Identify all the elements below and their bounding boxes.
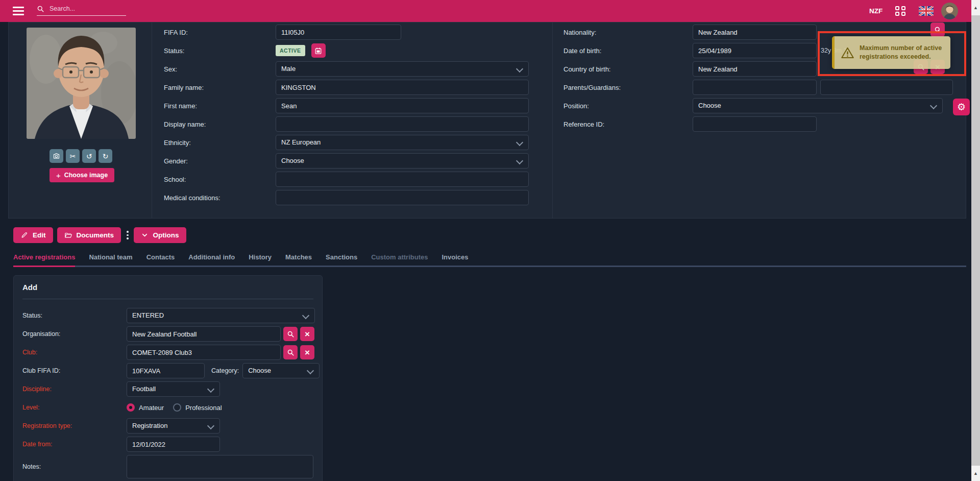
crop-button[interactable]: ✂ [66,149,80,163]
radio-unselected-icon [173,403,181,412]
ethnicity-select[interactable]: NZ European [276,135,529,150]
family-name-field[interactable] [276,80,529,95]
close-icon: × [305,330,310,339]
reference-id-field[interactable] [693,116,817,132]
organisation-label: Organisation: [22,330,127,338]
club-clear-button[interactable]: × [300,345,314,359]
warning-triangle-icon [841,46,854,60]
button-label: Edit [33,231,46,239]
form-row: Level:AmateurProfessional [22,400,313,415]
more-options-icon[interactable] [127,231,129,239]
school-label: School: [152,176,276,183]
notes-textarea[interactable] [127,455,313,478]
organisation-search-button[interactable] [283,327,298,341]
form-row: Organisation:× [22,326,313,342]
rotate-left-button[interactable]: ↺ [82,149,96,163]
scroll-down-button[interactable]: ▲ [971,466,980,481]
form-row: Date from: [22,437,313,452]
org-code[interactable]: NZF [869,7,883,15]
settings-gear-button[interactable]: ⚙ [953,99,970,115]
date-of-birth-field[interactable] [693,43,817,58]
registration-type-label: Registration type: [22,422,127,429]
discipline-select[interactable]: Football [127,381,220,397]
level-label: Level: [22,404,127,411]
camera-button[interactable] [50,149,63,163]
form-row: Sex:Male [152,61,552,77]
position-select[interactable]: Choose [693,98,943,113]
parents-guardians-label: Parents/Guardians: [553,84,693,91]
edit-button[interactable]: Edit [13,227,53,243]
warning-toast[interactable]: Maximum number of active registrations e… [832,36,950,69]
photo-section: ✂↺↻ + Choose image [9,22,152,218]
form-row: Position:Choose [553,98,967,113]
category-select[interactable]: Choose [242,363,320,378]
personal-details-column: FIFA ID:Status:ACTIVESex:MaleFamily name… [152,22,553,218]
choose-image-button[interactable]: + Choose image [50,168,114,182]
form-row: Display name: [152,116,552,132]
parents-guardians-field-1[interactable] [693,80,817,95]
medical-conditions-label: Medical conditions: [152,194,276,202]
registration-type-select[interactable]: Registration [127,418,220,434]
date-from-field[interactable] [127,437,220,452]
selected-value: ENTERED [132,311,164,319]
plus-icon: + [56,171,61,180]
tab-national-team[interactable]: National team [89,253,132,266]
first-name-field[interactable] [276,98,529,113]
country-of-birth-field[interactable] [693,61,817,77]
tab-history[interactable]: History [249,253,272,266]
tab-sanctions[interactable]: Sanctions [326,253,357,266]
page-scrollbar[interactable]: ▲ ▲ [971,0,980,481]
school-field[interactable] [276,172,529,187]
form-row: Notes: [22,455,313,478]
nationality-field[interactable] [693,25,817,40]
gender-select[interactable]: Choose [276,153,529,169]
tab-contacts[interactable]: Contacts [146,253,175,266]
date-of-birth-label: Date of birth: [553,47,693,55]
tab-invoices[interactable]: Invoices [442,253,468,266]
organisation-clear-button[interactable]: × [300,327,314,341]
tab-active-registrations[interactable]: Active registrations [13,253,75,267]
form-row: Ethnicity:NZ European [152,135,552,150]
radio-label: Amateur [139,404,164,412]
nationality-search-button[interactable] [930,22,945,37]
sex-select[interactable]: Male [276,61,529,77]
parents-guardians-field-2[interactable] [820,80,953,95]
tab-additional-info[interactable]: Additional info [188,253,235,266]
status-select[interactable]: ENTERED [127,308,315,323]
tab-custom-attributes[interactable]: Custom attributes [371,253,428,266]
club-fifa-id-label: Club FIFA ID: [22,367,127,374]
radio-selected-icon [127,403,135,412]
form-row: Medical conditions: [152,190,552,205]
apps-grid-icon[interactable] [895,6,906,16]
search-input[interactable] [48,5,122,13]
divider [22,299,313,299]
category-label: Category: [211,367,239,374]
club-fifa-id-field[interactable] [127,363,205,378]
medical-conditions-field[interactable] [276,190,529,205]
display-name-field[interactable] [276,116,529,132]
scroll-up-button[interactable]: ▲ [971,0,980,15]
fifa-id-label: FIFA ID: [152,29,276,36]
professional-radio[interactable]: Professional [173,403,222,412]
chevron-down-icon [141,231,149,239]
form-row: Club FIFA ID:Category:Choose [22,363,313,378]
club-field[interactable] [127,345,281,360]
form-row: Registration type:Registration [22,418,313,434]
documents-button[interactable]: Documents [57,227,121,243]
scissors-icon: ✂ [70,152,76,160]
rotate-right-button[interactable]: ↻ [99,149,112,163]
chevron-down-icon [307,367,314,374]
family-name-label: Family name: [152,84,276,91]
options-button[interactable]: Options [134,227,186,243]
language-flag-uk-icon[interactable] [919,6,934,16]
calendar-button[interactable] [311,43,326,58]
club-search-button[interactable] [283,345,298,359]
hamburger-menu-icon[interactable] [13,7,24,15]
undo-icon: ↺ [86,152,92,160]
fifa-id-field[interactable] [276,25,401,40]
user-avatar[interactable] [941,3,958,19]
chevron-down-icon [302,312,309,319]
tab-matches[interactable]: Matches [285,253,312,266]
organisation-field[interactable] [127,326,281,342]
amateur-radio[interactable]: Amateur [127,403,164,412]
